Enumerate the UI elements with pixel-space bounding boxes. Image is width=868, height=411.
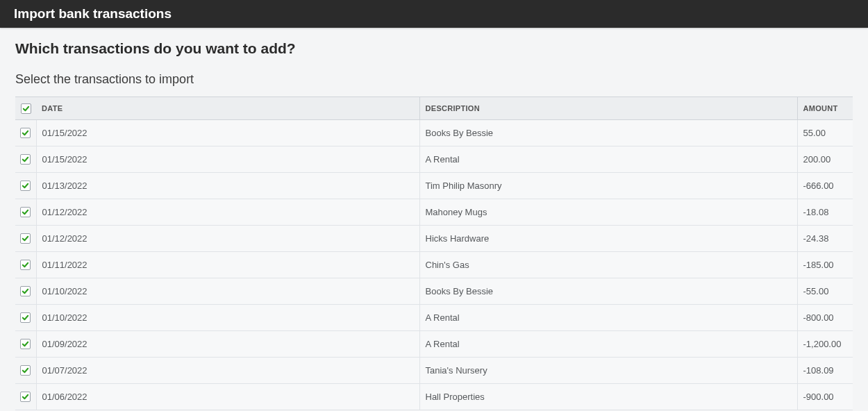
table-row[interactable]: 01/12/2022Hicks Hardware-24.38 xyxy=(15,226,853,252)
question-heading: Which transactions do you want to add? xyxy=(15,40,853,57)
cell-description: Chin's Gas xyxy=(419,252,797,278)
table-row[interactable]: 01/09/2022A Rental-1,200.00 xyxy=(15,331,853,358)
column-header-description[interactable]: Description xyxy=(419,97,797,120)
check-icon xyxy=(22,156,29,163)
row-checkbox-cell[interactable] xyxy=(15,358,36,384)
check-icon xyxy=(22,287,29,295)
row-checkbox[interactable] xyxy=(20,233,31,244)
row-checkbox[interactable] xyxy=(20,181,31,191)
row-checkbox[interactable] xyxy=(20,154,31,165)
table-row[interactable]: 01/10/2022Books By Bessie-55.00 xyxy=(15,278,853,305)
check-icon xyxy=(22,393,29,401)
cell-description: A Rental xyxy=(419,305,797,331)
page-title: Import bank transactions xyxy=(14,6,172,22)
cell-description: Books By Bessie xyxy=(419,120,797,146)
cell-date: 01/10/2022 xyxy=(36,278,419,305)
check-icon xyxy=(22,367,29,374)
row-checkbox-cell[interactable] xyxy=(15,226,36,252)
check-icon xyxy=(22,105,30,112)
row-checkbox-cell[interactable] xyxy=(15,305,36,331)
cell-description: Hall Properties xyxy=(419,384,797,410)
cell-description: Mahoney Mugs xyxy=(419,199,797,226)
check-icon xyxy=(22,261,29,269)
row-checkbox[interactable] xyxy=(20,365,31,376)
row-checkbox-cell[interactable] xyxy=(15,278,36,305)
row-checkbox-cell[interactable] xyxy=(15,120,36,146)
table-row[interactable]: 01/15/2022Books By Bessie55.00 xyxy=(15,120,853,146)
cell-description: A Rental xyxy=(419,146,797,173)
select-all-cell[interactable] xyxy=(15,97,36,120)
cell-date: 01/10/2022 xyxy=(36,305,419,331)
cell-description: Books By Bessie xyxy=(419,278,797,305)
cell-amount: 200.00 xyxy=(797,146,853,173)
cell-amount: -108.09 xyxy=(797,358,853,384)
cell-description: Hicks Hardware xyxy=(419,226,797,252)
main-content: Which transactions do you want to add? S… xyxy=(0,28,868,410)
cell-amount: -18.08 xyxy=(797,199,853,226)
cell-date: 01/07/2022 xyxy=(36,358,419,384)
row-checkbox-cell[interactable] xyxy=(15,252,36,278)
cell-description: Tania's Nursery xyxy=(419,358,797,384)
row-checkbox[interactable] xyxy=(20,312,31,323)
cell-amount: -1,200.00 xyxy=(797,331,853,358)
cell-date: 01/15/2022 xyxy=(36,146,419,173)
cell-amount: -185.00 xyxy=(797,252,853,278)
row-checkbox[interactable] xyxy=(20,392,31,402)
cell-amount: 55.00 xyxy=(797,120,853,146)
table-row[interactable]: 01/07/2022Tania's Nursery-108.09 xyxy=(15,358,853,384)
cell-amount: -55.00 xyxy=(797,278,853,305)
subtitle-text: Select the transactions to import xyxy=(15,72,853,87)
cell-date: 01/15/2022 xyxy=(36,120,419,146)
row-checkbox[interactable] xyxy=(20,260,31,270)
column-header-date[interactable]: Date xyxy=(36,97,419,120)
cell-amount: -24.38 xyxy=(797,226,853,252)
row-checkbox[interactable] xyxy=(20,207,31,217)
row-checkbox[interactable] xyxy=(20,286,31,296)
cell-date: 01/12/2022 xyxy=(36,199,419,226)
table-row[interactable]: 01/06/2022Hall Properties-900.00 xyxy=(15,384,853,410)
table-row[interactable]: 01/13/2022Tim Philip Masonry-666.00 xyxy=(15,173,853,199)
cell-amount: -800.00 xyxy=(797,305,853,331)
cell-amount: -666.00 xyxy=(797,173,853,199)
row-checkbox-cell[interactable] xyxy=(15,199,36,226)
column-header-amount[interactable]: Amount xyxy=(797,97,853,120)
row-checkbox[interactable] xyxy=(20,128,31,138)
select-all-checkbox[interactable] xyxy=(21,103,31,114)
cell-description: Tim Philip Masonry xyxy=(419,173,797,199)
table-header-row: Date Description Amount xyxy=(15,97,853,120)
check-icon xyxy=(22,129,29,137)
row-checkbox-cell[interactable] xyxy=(15,173,36,199)
cell-date: 01/11/2022 xyxy=(36,252,419,278)
check-icon xyxy=(22,235,29,242)
table-row[interactable]: 01/15/2022A Rental200.00 xyxy=(15,146,853,173)
row-checkbox[interactable] xyxy=(20,339,31,349)
check-icon xyxy=(22,340,29,348)
cell-amount: -900.00 xyxy=(797,384,853,410)
row-checkbox-cell[interactable] xyxy=(15,146,36,173)
transactions-table: Date Description Amount 01/15/2022Books … xyxy=(15,97,853,410)
table-row[interactable]: 01/10/2022A Rental-800.00 xyxy=(15,305,853,331)
row-checkbox-cell[interactable] xyxy=(15,331,36,358)
table-row[interactable]: 01/12/2022Mahoney Mugs-18.08 xyxy=(15,199,853,226)
cell-description: A Rental xyxy=(419,331,797,358)
table-row[interactable]: 01/11/2022Chin's Gas-185.00 xyxy=(15,252,853,278)
cell-date: 01/09/2022 xyxy=(36,331,419,358)
cell-date: 01/13/2022 xyxy=(36,173,419,199)
row-checkbox-cell[interactable] xyxy=(15,384,36,410)
cell-date: 01/06/2022 xyxy=(36,384,419,410)
check-icon xyxy=(22,208,29,216)
check-icon xyxy=(22,314,29,321)
cell-date: 01/12/2022 xyxy=(36,226,419,252)
check-icon xyxy=(22,182,29,190)
page-header: Import bank transactions xyxy=(0,0,868,28)
